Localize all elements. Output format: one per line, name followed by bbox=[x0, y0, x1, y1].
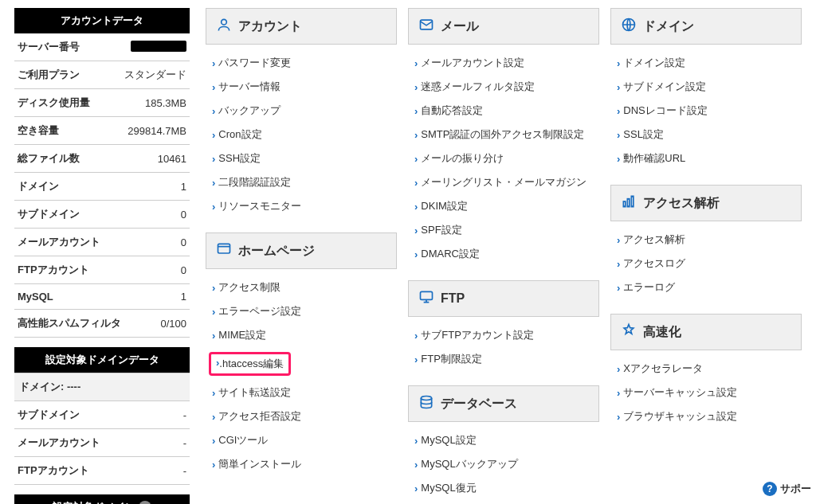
panel-item-label: SMTP認証の国外アクセス制限設定 bbox=[421, 127, 584, 142]
panel-item[interactable]: ›動作確認URL bbox=[614, 147, 798, 170]
panel-item[interactable]: ›アクセス制限 bbox=[209, 275, 394, 299]
panel-item[interactable]: ›迷惑メールフィルタ設定 bbox=[411, 75, 596, 99]
panel-item[interactable]: ›SMTP認証の国外アクセス制限設定 bbox=[411, 123, 596, 147]
panel-item[interactable]: ›SSH設定 bbox=[209, 147, 394, 170]
panel-item[interactable]: ›簡単インストール bbox=[209, 452, 394, 476]
panel-item[interactable]: ›phpmyadmin(MariaDB10.5) bbox=[411, 500, 596, 504]
panel-database: データベース›MySQL設定›MySQLバックアップ›MySQL復元›phpmy… bbox=[408, 385, 599, 504]
database-icon bbox=[418, 394, 434, 413]
chevron-right-icon: › bbox=[212, 129, 215, 141]
panel-account: アカウント›パスワード変更›サーバー情報›バックアップ›Cron設定›SSH設定… bbox=[206, 8, 397, 221]
panel-item[interactable]: ›MySQL復元 bbox=[411, 476, 596, 500]
target-domain-panel: 設定対象ドメイン ? bbox=[14, 494, 190, 504]
chevron-right-icon: › bbox=[212, 306, 215, 318]
panel-list: ›MySQL設定›MySQLバックアップ›MySQL復元›phpmyadmin(… bbox=[408, 422, 599, 504]
domain-data-header: 設定対象ドメインデータ bbox=[14, 347, 190, 373]
row-label: サーバー番号 bbox=[18, 40, 80, 54]
help-icon[interactable]: ? bbox=[139, 501, 151, 504]
account-data-header: アカウントデータ bbox=[14, 8, 190, 33]
panel-item[interactable]: ›.htaccess編集 bbox=[209, 347, 394, 381]
panel-item[interactable]: ›パスワード変更 bbox=[209, 51, 394, 75]
panel-item[interactable]: ›自動応答設定 bbox=[411, 99, 596, 123]
chevron-right-icon: › bbox=[212, 105, 215, 117]
mail-icon bbox=[418, 17, 434, 36]
panel-header-speed: 高速化 bbox=[610, 314, 802, 350]
panel-item[interactable]: ›サイト転送設定 bbox=[209, 381, 394, 404]
chevron-right-icon: › bbox=[212, 177, 215, 189]
panel-item[interactable]: ›MySQLバックアップ bbox=[411, 452, 596, 476]
highlighted-item[interactable]: ›.htaccess編集 bbox=[209, 352, 291, 376]
panel-item[interactable]: ›メーリングリスト・メールマガジン bbox=[411, 170, 596, 194]
account-data-row: 高性能スパムフィルタ0/100 bbox=[14, 310, 190, 338]
panel-item-label: アクセス解析 bbox=[623, 232, 685, 247]
panel-item[interactable]: ›ブラウザキャッシュ設定 bbox=[614, 404, 798, 428]
target-domain-title: 設定対象ドメイン bbox=[53, 500, 135, 504]
panel-item-label: バックアップ bbox=[218, 104, 280, 118]
row-label: メールアカウント bbox=[18, 436, 100, 450]
account-data-panel: アカウントデータ サーバー番号ご利用プランスタンダードディスク使用量185.3M… bbox=[14, 8, 190, 338]
panel-item[interactable]: ›SPF設定 bbox=[411, 218, 596, 242]
panel-item[interactable]: ›Cron設定 bbox=[209, 123, 394, 147]
chevron-right-icon: › bbox=[212, 330, 215, 342]
row-label: ご利用プラン bbox=[18, 68, 80, 82]
panel-item[interactable]: ›DKIM設定 bbox=[411, 194, 596, 218]
row-value: 299814.7MB bbox=[128, 125, 186, 137]
panel-item[interactable]: ›FTP制限設定 bbox=[411, 347, 596, 371]
panel-item[interactable]: ›DMARC設定 bbox=[411, 242, 596, 266]
panel-title: メール bbox=[441, 18, 479, 35]
svg-point-0 bbox=[222, 19, 227, 25]
panel-item[interactable]: ›二段階認証設定 bbox=[209, 170, 394, 194]
panel-item[interactable]: ›SSL設定 bbox=[614, 123, 798, 147]
row-value: 0 bbox=[181, 209, 186, 221]
row-label: サブドメイン bbox=[18, 207, 80, 221]
row-value: - bbox=[183, 465, 186, 477]
panel-item-label: ドメイン設定 bbox=[623, 56, 685, 70]
redacted-value bbox=[131, 41, 186, 52]
panel-item[interactable]: ›エラーページ設定 bbox=[209, 299, 394, 323]
panel-item[interactable]: ›エラーログ bbox=[614, 275, 798, 299]
panel-item-label: SSH設定 bbox=[218, 151, 261, 166]
panel-item[interactable]: ›MySQL設定 bbox=[411, 428, 596, 452]
panel-item[interactable]: ›リソースモニター bbox=[209, 194, 394, 218]
panel-item[interactable]: ›サーバー情報 bbox=[209, 75, 394, 99]
panel-item[interactable]: ›メールの振り分け bbox=[411, 147, 596, 170]
panel-item-label: 二段階認証設定 bbox=[218, 175, 291, 189]
row-label: ディスク使用量 bbox=[18, 96, 90, 110]
panel-item[interactable]: ›DNSレコード設定 bbox=[614, 99, 798, 123]
row-label: FTPアカウント bbox=[18, 263, 89, 277]
panel-item[interactable]: ›ドメイン設定 bbox=[614, 51, 798, 75]
row-value: 0 bbox=[181, 264, 186, 276]
account-data-row: FTPアカウント0 bbox=[14, 256, 190, 284]
account-data-row: ディスク使用量185.3MB bbox=[14, 89, 190, 117]
chevron-right-icon: › bbox=[212, 459, 215, 471]
panel-item[interactable]: ›サブドメイン設定 bbox=[614, 75, 798, 99]
account-data-row: メールアカウント0 bbox=[14, 229, 190, 256]
panel-item-label: サブFTPアカウント設定 bbox=[421, 328, 534, 342]
panel-item-label: DMARC設定 bbox=[421, 247, 480, 261]
panel-item[interactable]: ›Xアクセラレータ bbox=[614, 357, 798, 381]
chevron-right-icon: › bbox=[617, 234, 620, 246]
row-label: 総ファイル数 bbox=[18, 151, 80, 166]
svg-point-4 bbox=[421, 397, 431, 400]
support-label: サポー bbox=[780, 482, 811, 496]
panel-item[interactable]: ›CGIツール bbox=[209, 428, 394, 452]
panel-header-homepage: ホームページ bbox=[206, 232, 397, 269]
domain-data-row: メールアカウント- bbox=[14, 429, 190, 457]
panel-access: アクセス解析›アクセス解析›アクセスログ›エラーログ bbox=[610, 185, 802, 303]
panel-item[interactable]: ›アクセス解析 bbox=[614, 228, 798, 252]
domain-data-panel: 設定対象ドメインデータ ドメイン: ----サブドメイン-メールアカウント-FT… bbox=[14, 347, 190, 485]
panel-item-label: メールアカウント設定 bbox=[421, 56, 524, 70]
column-1: アカウント›パスワード変更›サーバー情報›バックアップ›Cron設定›SSH設定… bbox=[206, 8, 397, 504]
support-float[interactable]: ? サポー bbox=[763, 482, 811, 496]
account-icon bbox=[216, 17, 232, 36]
panel-item[interactable]: ›サーバーキャッシュ設定 bbox=[614, 381, 798, 404]
panel-item-label: メーリングリスト・メールマガジン bbox=[421, 175, 586, 189]
panel-item[interactable]: ›サブFTPアカウント設定 bbox=[411, 323, 596, 347]
panel-item[interactable]: ›アクセスログ bbox=[614, 252, 798, 275]
panel-item[interactable]: ›アクセス拒否設定 bbox=[209, 404, 394, 428]
panel-item[interactable]: ›バックアップ bbox=[209, 99, 394, 123]
panel-item[interactable]: ›MIME設定 bbox=[209, 323, 394, 347]
chevron-right-icon: › bbox=[414, 129, 418, 141]
panel-title: FTP bbox=[441, 291, 465, 306]
panel-item[interactable]: ›メールアカウント設定 bbox=[411, 51, 596, 75]
